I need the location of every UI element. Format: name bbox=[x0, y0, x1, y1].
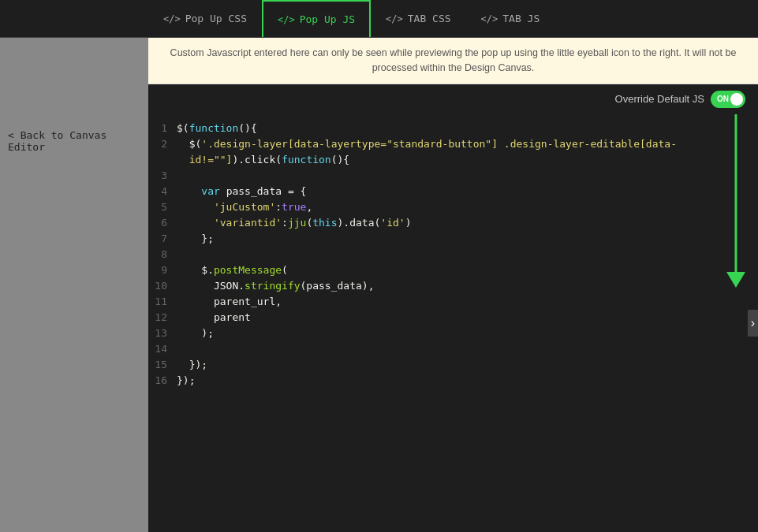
info-message: Custom Javascript entered here can only … bbox=[170, 47, 737, 73]
code-line-2: 2 $('.design-layer[data-layertype="stand… bbox=[148, 136, 758, 152]
code-line-7: 7 }; bbox=[148, 231, 758, 247]
code-line-14: 14 bbox=[148, 341, 758, 357]
code-container[interactable]: 1 $(function(){ 2 $('.design-layer[data-… bbox=[148, 114, 758, 533]
main-area: < Back to Canvas Editor Custom Javascrip… bbox=[0, 38, 758, 532]
code-line-10: 10 JSON.stringify(pass_data), bbox=[148, 278, 758, 294]
tab-tab-js[interactable]: </> TAB JS bbox=[466, 0, 555, 37]
toggle-knob bbox=[730, 93, 743, 106]
collapse-panel-button[interactable]: › bbox=[748, 310, 758, 337]
tab-popup-css[interactable]: </> Pop Up CSS bbox=[148, 0, 262, 37]
code-line-2b: id!=""]).click(function(){ bbox=[148, 152, 758, 168]
code-line-9: 9 $.postMessage( bbox=[148, 262, 758, 278]
green-arrow-indicator bbox=[726, 114, 745, 288]
code-editor-wrapper: 1 $(function(){ 2 $('.design-layer[data-… bbox=[148, 114, 758, 533]
override-label: Override Default JS bbox=[615, 93, 704, 105]
sidebar: < Back to Canvas Editor bbox=[0, 38, 148, 532]
override-bar: Override Default JS ON bbox=[148, 84, 758, 114]
code-line-5: 5 'juCustom':true, bbox=[148, 199, 758, 215]
code-line-12: 12 parent bbox=[148, 310, 758, 326]
code-line-11: 11 parent_url, bbox=[148, 294, 758, 310]
toggle-on-label: ON bbox=[717, 95, 729, 103]
code-line-6: 6 'variantid':jju(this).data('id') bbox=[148, 215, 758, 231]
code-line-1: 1 $(function(){ bbox=[148, 121, 758, 136]
code-line-3: 3 bbox=[148, 168, 758, 184]
code-line-16: 16 }); bbox=[148, 373, 758, 389]
code-line-15: 15 }); bbox=[148, 357, 758, 373]
code-line-4: 4 var pass_data = { bbox=[148, 184, 758, 199]
tab-popup-js[interactable]: </> Pop Up JS bbox=[262, 0, 371, 37]
code-icon-popup-js: </> bbox=[278, 14, 295, 25]
override-toggle[interactable]: ON bbox=[711, 91, 745, 108]
code-icon-tab-css: </> bbox=[386, 13, 403, 24]
arrow-svg bbox=[726, 114, 745, 288]
back-to-canvas-button[interactable]: < Back to Canvas Editor bbox=[0, 125, 148, 158]
svg-marker-1 bbox=[726, 272, 745, 288]
code-icon-tab-js: </> bbox=[481, 13, 498, 24]
code-icon-popup-css: </> bbox=[163, 13, 181, 24]
tab-bar: </> Pop Up CSS </> Pop Up JS </> TAB CSS… bbox=[0, 0, 758, 38]
tab-tab-css[interactable]: </> TAB CSS bbox=[371, 0, 465, 37]
code-line-13: 13 ); bbox=[148, 326, 758, 341]
editor-area: Custom Javascript entered here can only … bbox=[148, 38, 758, 532]
code-line-8: 8 bbox=[148, 247, 758, 262]
info-bar: Custom Javascript entered here can only … bbox=[148, 38, 758, 84]
